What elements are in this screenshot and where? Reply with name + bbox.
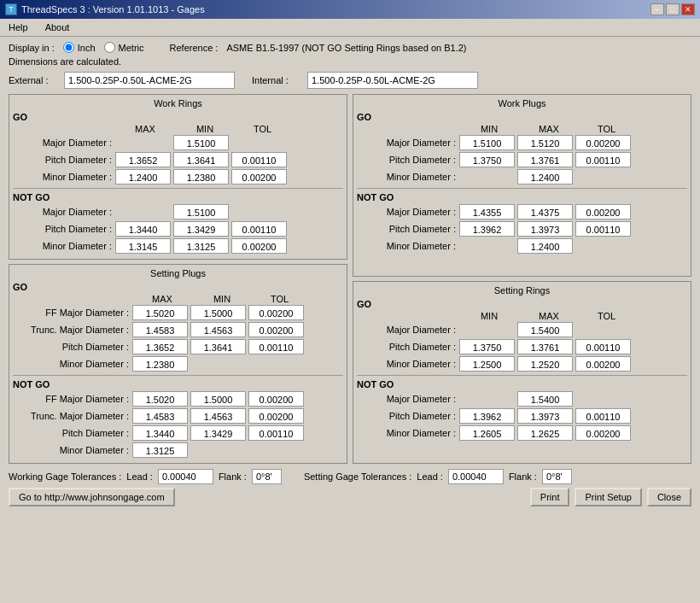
inch-label: Inch bbox=[78, 43, 96, 53]
setting-plugs-notgo-label: NOT GO bbox=[13, 379, 343, 389]
table-row: Trunc. Major Diameter : 1.4583 1.4563 0.… bbox=[13, 408, 343, 424]
table-row: Minor Diameter : 1.3145 1.3125 0.00200 bbox=[13, 238, 343, 254]
table-row: Pitch Diameter : 1.3652 1.3641 0.00110 bbox=[13, 339, 343, 354]
table-row: Minor Diameter : 1.3125 bbox=[13, 442, 343, 458]
setting-lead-label: Lead : bbox=[417, 471, 443, 482]
goto-button[interactable]: Go to http://www.johnsongage.com bbox=[9, 488, 175, 506]
table-row: Major Diameter : 1.5100 bbox=[13, 204, 343, 220]
sp-go-max-header: MAX bbox=[132, 294, 192, 304]
display-in-label: Display in : bbox=[9, 43, 55, 53]
print-button[interactable]: Print bbox=[530, 488, 570, 506]
wr-go-max-header: MAX bbox=[115, 124, 175, 134]
table-row: Major Diameter : 1.4355 1.4375 0.00200 bbox=[357, 204, 687, 220]
work-rings-go-label: GO bbox=[13, 112, 343, 122]
setting-rings-title: Setting Rings bbox=[357, 285, 687, 296]
table-row: Minor Diameter : 1.2400 bbox=[357, 169, 687, 184]
table-row: Major Diameter : 1.5100 1.5120 0.00200 bbox=[357, 135, 687, 150]
sr-go-min-header: MIN bbox=[459, 311, 519, 321]
table-row: Pitch Diameter : 1.3440 1.3429 0.00110 bbox=[13, 221, 343, 237]
tolerances-row: Working Gage Tolerances : Lead : Flank :… bbox=[9, 469, 691, 484]
table-row: Minor Diameter : 1.2605 1.2625 0.00200 bbox=[357, 425, 687, 441]
setting-rings-go-label: GO bbox=[357, 299, 687, 309]
work-plugs-notgo-label: NOT GO bbox=[357, 192, 687, 202]
sr-go-tol-header: TOL bbox=[579, 311, 634, 321]
table-row: Pitch Diameter : 1.3962 1.3973 0.00110 bbox=[357, 408, 687, 424]
inch-radio[interactable] bbox=[63, 42, 74, 53]
minimize-button[interactable]: ─ bbox=[650, 3, 664, 15]
dimensions-note: Dimensions are calculated. bbox=[9, 56, 121, 67]
table-row: Pitch Diameter : 1.3750 1.3761 0.00110 bbox=[357, 339, 687, 354]
sp-go-min-header: MIN bbox=[192, 294, 252, 304]
metric-radio[interactable] bbox=[104, 42, 115, 53]
wp-go-min-header: MIN bbox=[459, 124, 519, 134]
work-rings-notgo-label: NOT GO bbox=[13, 192, 343, 202]
work-rings-title: Work Rings bbox=[13, 98, 343, 108]
wp-go-max-header: MAX bbox=[519, 124, 579, 134]
setting-flank-input[interactable] bbox=[542, 469, 572, 484]
table-row: FF Major Diameter : 1.5020 1.5000 0.0020… bbox=[13, 391, 343, 407]
button-row: Go to http://www.johnsongage.com Print P… bbox=[9, 488, 691, 506]
setting-plugs-panel: Setting Plugs GO MAX MIN TOL FF Major Di… bbox=[9, 264, 347, 464]
table-row: Trunc. Major Diameter : 1.4583 1.4563 0.… bbox=[13, 322, 343, 337]
menu-bar: Help About bbox=[0, 19, 700, 37]
wp-go-tol-header: TOL bbox=[579, 124, 634, 134]
internal-label: Internal : bbox=[252, 75, 299, 85]
table-row: Major Diameter : 1.5400 bbox=[357, 322, 687, 337]
working-lead-input[interactable] bbox=[158, 469, 213, 484]
setting-plugs-title: Setting Plugs bbox=[13, 268, 343, 278]
external-input[interactable] bbox=[64, 72, 235, 89]
setting-rings-panel: Setting Rings GO MIN MAX TOL Major Diame… bbox=[353, 281, 691, 464]
table-row: Pitch Diameter : 1.3962 1.3973 0.00110 bbox=[357, 221, 687, 237]
menu-help[interactable]: Help bbox=[3, 20, 33, 34]
setting-plugs-go-label: GO bbox=[13, 282, 343, 292]
maximize-button[interactable]: □ bbox=[666, 3, 680, 15]
sp-go-tol-header: TOL bbox=[252, 294, 307, 304]
internal-input[interactable] bbox=[307, 72, 478, 89]
table-row: Major Diameter : 1.5400 bbox=[357, 391, 687, 407]
table-row: Minor Diameter : 1.2380 bbox=[13, 356, 343, 372]
table-row: Minor Diameter : 1.2400 1.2380 0.00200 bbox=[13, 169, 343, 184]
reference-label: Reference : bbox=[170, 43, 219, 53]
close-window-button[interactable]: ✕ bbox=[681, 3, 695, 15]
menu-about[interactable]: About bbox=[40, 20, 75, 34]
work-rings-panel: Work Rings GO MAX MIN TOL Major Diameter… bbox=[9, 94, 347, 260]
window-title: ThreadSpecs 3 : Version 1.01.1013 - Gage… bbox=[21, 4, 205, 15]
title-bar: T ThreadSpecs 3 : Version 1.01.1013 - Ga… bbox=[0, 0, 700, 19]
table-row: FF Major Diameter : 1.5020 1.5000 0.0020… bbox=[13, 305, 343, 320]
setting-gage-tol-label: Setting Gage Tolerances : bbox=[304, 471, 411, 482]
working-gage-tol-label: Working Gage Tolerances : bbox=[9, 471, 121, 482]
sr-go-max-header: MAX bbox=[519, 311, 579, 321]
table-row: Pitch Diameter : 1.3652 1.3641 0.00110 bbox=[13, 152, 343, 167]
wr-go-tol-header: TOL bbox=[235, 124, 290, 134]
wr-go-min-header: MIN bbox=[175, 124, 235, 134]
working-flank-input[interactable] bbox=[252, 469, 282, 484]
setting-lead-input[interactable] bbox=[448, 469, 504, 484]
metric-label: Metric bbox=[119, 43, 144, 53]
work-plugs-panel: Work Plugs GO MIN MAX TOL Major Diameter… bbox=[353, 94, 691, 277]
external-label: External : bbox=[9, 75, 55, 85]
table-row: Major Diameter : 1.5100 bbox=[13, 135, 343, 150]
table-row: Pitch Diameter : 1.3440 1.3429 0.00110 bbox=[13, 425, 343, 441]
setting-flank-label: Flank : bbox=[509, 471, 537, 482]
work-plugs-go-label: GO bbox=[357, 112, 687, 122]
working-flank-label: Flank : bbox=[219, 471, 247, 482]
working-lead-label: Lead : bbox=[126, 471, 153, 482]
table-row: Pitch Diameter : 1.3750 1.3761 0.00110 bbox=[357, 152, 687, 167]
app-icon: T bbox=[5, 3, 17, 15]
close-button[interactable]: Close bbox=[647, 488, 691, 506]
table-row: Minor Diameter : 1.2400 bbox=[357, 238, 687, 254]
setting-rings-notgo-label: NOT GO bbox=[357, 379, 687, 389]
reference-value: ASME B1.5-1997 (NOT GO Setting Rings bas… bbox=[226, 43, 466, 53]
table-row: Minor Diameter : 1.2500 1.2520 0.00200 bbox=[357, 356, 687, 372]
work-plugs-title: Work Plugs bbox=[357, 98, 687, 108]
print-setup-button[interactable]: Print Setup bbox=[575, 488, 641, 506]
